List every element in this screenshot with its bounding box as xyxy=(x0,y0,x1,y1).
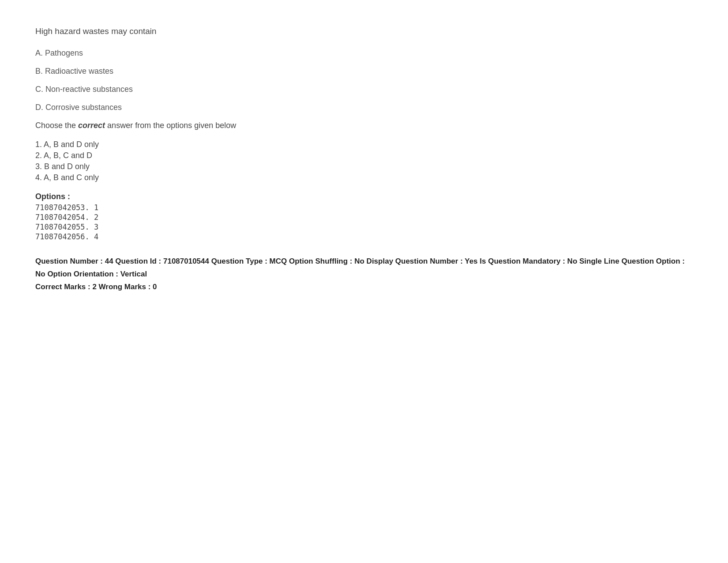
choose-bold: correct xyxy=(78,121,105,130)
answer-2-num: 2. xyxy=(35,151,44,160)
option-c-label: C. xyxy=(35,85,45,94)
answer-option-4: 4. A, B and C only xyxy=(35,173,693,182)
option-a: A. Pathogens xyxy=(35,49,693,58)
options-data-list: 71087042053. 1 71087042054. 2 7108704205… xyxy=(35,203,693,241)
options-label: Options : xyxy=(35,192,693,201)
answer-option-3: 3. B and D only xyxy=(35,162,693,171)
option-d: D. Corrosive substances xyxy=(35,103,693,112)
option-c: C. Non-reactive substances xyxy=(35,85,693,94)
options-data-1: 71087042053. 1 xyxy=(35,203,693,212)
choose-prefix: Choose the xyxy=(35,121,78,130)
answer-2-text: A, B, C and D xyxy=(44,151,92,160)
answer-option-2: 2. A, B, C and D xyxy=(35,151,693,160)
option-d-text: Corrosive substances xyxy=(45,103,122,112)
answer-option-1: 1. A, B and D only xyxy=(35,140,693,149)
options-data-2: 71087042054. 2 xyxy=(35,213,693,222)
choose-suffix: answer from the options given below xyxy=(105,121,236,130)
question-container: High hazard wastes may contain A. Pathog… xyxy=(35,26,693,294)
option-b-text: Radioactive wastes xyxy=(45,67,113,76)
options-data-3: 71087042055. 3 xyxy=(35,223,693,231)
meta-line2: Correct Marks : 2 Wrong Marks : 0 xyxy=(35,281,693,294)
option-d-label: D. xyxy=(35,103,45,112)
option-a-label: A. xyxy=(35,49,45,57)
option-a-text: Pathogens xyxy=(45,49,83,57)
option-b-label: B. xyxy=(35,67,45,76)
question-text: High hazard wastes may contain xyxy=(35,26,693,36)
answer-4-text: A, B and C only xyxy=(44,173,99,182)
answer-4-num: 4. xyxy=(35,173,44,182)
meta-line1: Question Number : 44 Question Id : 71087… xyxy=(35,255,693,281)
choose-instruction: Choose the correct answer from the optio… xyxy=(35,121,693,130)
answer-1-num: 1. xyxy=(35,140,44,149)
options-list: A. Pathogens B. Radioactive wastes C. No… xyxy=(35,49,693,112)
answer-3-text: B and D only xyxy=(44,162,90,171)
meta-info: Question Number : 44 Question Id : 71087… xyxy=(35,255,693,294)
option-b: B. Radioactive wastes xyxy=(35,67,693,76)
options-data-4: 71087042056. 4 xyxy=(35,232,693,241)
answer-options-list: 1. A, B and D only 2. A, B, C and D 3. B… xyxy=(35,140,693,182)
option-c-text: Non-reactive substances xyxy=(45,85,133,94)
answer-1-text: A, B and D only xyxy=(44,140,99,149)
answer-3-num: 3. xyxy=(35,162,44,171)
